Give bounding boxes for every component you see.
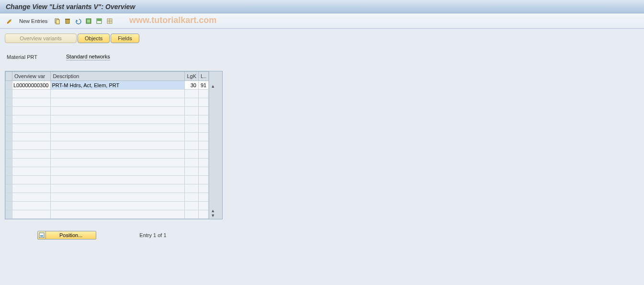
scroll-down-up-icon[interactable]: ▲ [211,208,215,213]
info-line: Material PRT Standard networks [7,54,639,60]
col-lgk[interactable]: LgK [185,72,199,81]
material-prt-label: Material PRT [7,54,37,60]
scrollbar[interactable]: ▲ ▲ ▼ [209,71,216,219]
col-description[interactable]: Description [51,72,185,81]
cell-l[interactable]: 91 [199,81,209,90]
svg-rect-7 [97,19,102,21]
scroll-down-icon[interactable]: ▼ [211,213,215,218]
tab-overview-variants: Overview variants [5,34,77,43]
row-selector[interactable] [6,81,12,90]
svg-rect-5 [87,20,90,23]
tab-row: Overview variants Objects Fields [5,34,639,43]
cell-lgk[interactable]: 30 [185,81,199,90]
position-button[interactable]: Position... [37,231,96,239]
title-bar: Change View "List variants V": Overview [0,0,644,13]
svg-rect-12 [40,235,43,237]
table-row[interactable] [6,141,209,150]
undo-change-icon[interactable] [73,16,83,26]
svg-rect-1 [56,20,59,24]
material-prt-value: Standard networks [66,54,110,60]
table-row[interactable] [6,176,209,184]
table-row[interactable] [6,90,209,98]
new-entries-button[interactable]: New Entries [15,18,51,24]
table-row[interactable] [6,202,209,210]
table-row[interactable] [6,159,209,167]
table-row[interactable] [6,98,209,107]
table-row[interactable]: L00000000300 PRT-M Hdrs, Act, Elem, PRT … [6,81,209,90]
table-grid: Overview var Description LgK L.. L000000… [5,71,223,219]
page-title: Change View "List variants V": Overview [6,3,135,11]
toolbar: New Entries www.tutorialkart.com [0,13,644,29]
scroll-up-icon[interactable]: ▲ [211,84,215,89]
select-all-header[interactable] [6,72,12,81]
svg-rect-3 [65,19,70,20]
select-block-icon[interactable] [94,16,104,26]
col-l[interactable]: L.. [199,72,209,81]
position-icon [37,231,46,239]
col-overview-var[interactable]: Overview var [12,72,51,81]
table-row[interactable] [6,133,209,141]
svg-rect-2 [66,19,69,23]
footer-row: Position... Entry 1 of 1 [37,231,639,239]
cell-description[interactable]: PRT-M Hdrs, Act, Elem, PRT [51,81,185,90]
tab-objects[interactable]: Objects [78,34,110,43]
position-button-label: Position... [46,231,96,239]
table-row[interactable] [6,124,209,133]
entry-count-text: Entry 1 of 1 [139,232,166,238]
content-area: Overview variants Objects Fields Materia… [0,29,644,244]
table-row[interactable] [6,184,209,193]
delete-icon[interactable] [63,16,72,26]
tab-fields[interactable]: Fields [111,34,139,43]
watermark-text: www.tutorialkart.com [129,15,216,25]
table-row[interactable] [6,210,209,219]
table-row[interactable] [6,193,209,202]
select-all-icon[interactable] [84,16,93,26]
table-row[interactable] [6,115,209,124]
cell-overview-var[interactable]: L00000000300 [12,81,51,90]
table-row[interactable] [6,167,209,176]
copy-as-icon[interactable] [52,16,62,26]
deselect-all-icon[interactable] [105,16,114,26]
table-row[interactable] [6,107,209,115]
toggle-display-change-icon[interactable] [5,16,14,26]
table-row[interactable] [6,150,209,159]
